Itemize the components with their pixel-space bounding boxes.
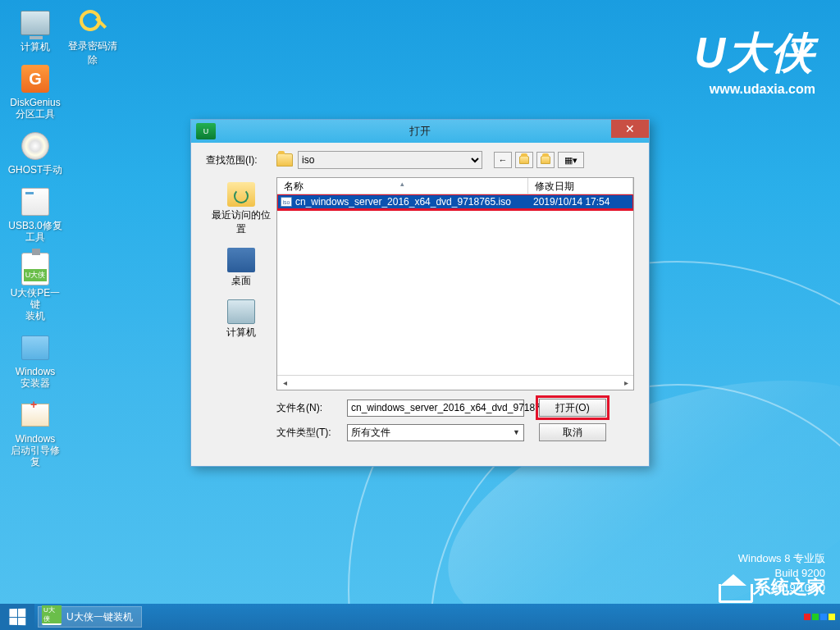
- col-name[interactable]: 名称: [277, 178, 528, 194]
- titlebar[interactable]: U 打开 ✕: [191, 120, 649, 143]
- col-date[interactable]: 修改日期: [528, 178, 633, 194]
- toolbox-icon: [21, 404, 49, 427]
- file-row-selected[interactable]: iso cn_windows_server_2016_x64_dvd_97187…: [277, 194, 633, 209]
- file-name: cn_windows_server_2016_x64_dvd_9718765.i…: [295, 196, 511, 208]
- nav-back-button[interactable]: ←: [494, 152, 512, 168]
- place-recent[interactable]: 最近访问的位 置: [212, 182, 271, 236]
- horizontal-scrollbar[interactable]: ◂ ▸: [277, 375, 633, 390]
- document-icon: [21, 188, 49, 216]
- desktop-icon-usb3repair[interactable]: USB3.0修复 工具: [7, 185, 64, 243]
- nav-view-button[interactable]: ▦▾: [558, 152, 584, 168]
- file-list-header[interactable]: 名称 修改日期: [277, 178, 633, 194]
- folder-new-icon: [541, 156, 550, 164]
- desktop-icon-udaxia-pe[interactable]: U大侠 U大侠PE一键 装机: [7, 253, 64, 322]
- lookin-label: 查找范围(I):: [206, 153, 276, 167]
- file-date: 2019/10/14 17:54: [528, 196, 633, 208]
- taskbar-app-udaxia[interactable]: U大侠 U大侠一键装机: [38, 606, 142, 628]
- places-bar: 最近访问的位 置 桌面 计算机: [206, 177, 276, 390]
- place-desktop[interactable]: 桌面: [227, 248, 255, 288]
- filetype-combo[interactable]: 所有文件 ▼: [347, 424, 524, 441]
- desktop-place-icon: [227, 248, 255, 272]
- diskgenius-icon: G: [21, 65, 49, 93]
- filetype-label: 文件类型(T):: [276, 426, 347, 440]
- nav-up-button[interactable]: [515, 152, 533, 168]
- desktop-icons: 计算机 G DiskGenius 分区工具 GHOST手动 USB3.0修复 工…: [7, 7, 64, 468]
- chevron-down-icon[interactable]: ▼: [513, 428, 520, 436]
- nav-newfolder-button[interactable]: [536, 152, 555, 168]
- open-file-dialog: U 打开 ✕ 查找范围(I): iso ← ▦▾ 最近访问的位 置: [190, 119, 650, 467]
- lookin-select[interactable]: iso: [298, 151, 482, 169]
- filename-value: cn_windows_server_2016_x64_dvd_9718765: [351, 402, 551, 413]
- start-button[interactable]: [0, 604, 34, 630]
- computer-icon: [21, 11, 50, 35]
- filename-label: 文件名(N):: [276, 401, 347, 415]
- desktop-icon-computer[interactable]: 计算机: [7, 7, 64, 52]
- app-icon: U: [196, 123, 216, 139]
- close-button[interactable]: ✕: [611, 120, 649, 138]
- taskbar[interactable]: U大侠 U大侠一键装机: [0, 604, 840, 630]
- taskbar-app-label: U大侠一键装机: [66, 610, 133, 624]
- windows-logo-icon: [9, 609, 25, 626]
- usb-icon: U大侠: [21, 253, 49, 285]
- desktop-icon-diskgenius[interactable]: G DiskGenius 分区工具: [7, 62, 64, 120]
- computer-place-icon: [227, 299, 255, 324]
- folder-up-icon: [519, 156, 529, 164]
- file-list[interactable]: 名称 修改日期 iso cn_windows_server_2016_x64_d…: [276, 177, 634, 390]
- place-computer[interactable]: 计算机: [226, 299, 256, 340]
- folder-icon: [276, 153, 293, 167]
- desktop-icon-bootrepair[interactable]: Windows 启动引导修复: [7, 399, 64, 468]
- key-icon: [80, 10, 106, 36]
- filename-combo[interactable]: cn_windows_server_2016_x64_dvd_9718765 ▼: [347, 399, 524, 417]
- desktop-icon-password-clear[interactable]: 登录密码清除: [64, 7, 121, 67]
- house-icon: [719, 574, 748, 600]
- site-watermark: 系统之家: [719, 574, 825, 600]
- filetype-value: 所有文件: [351, 426, 390, 440]
- disc-icon: [21, 132, 49, 160]
- brand-sub: www.udaxia.com: [694, 82, 815, 97]
- open-button[interactable]: 打开(O): [539, 399, 606, 417]
- scroll-right-icon[interactable]: ▸: [619, 378, 633, 387]
- taskbar-app-icon: U大侠: [42, 609, 62, 625]
- system-tray[interactable]: [804, 614, 835, 620]
- brand-main: U大侠: [694, 25, 815, 82]
- iso-file-icon: iso: [281, 197, 292, 207]
- cancel-button[interactable]: 取消: [539, 423, 606, 441]
- recent-icon: [227, 182, 255, 207]
- installer-icon: [21, 336, 49, 360]
- dialog-title: 打开: [409, 124, 431, 139]
- desktop-icon-ghost[interactable]: GHOST手动: [7, 130, 64, 176]
- desktop-icon-win-installer[interactable]: Windows 安装器: [7, 331, 64, 389]
- scroll-left-icon[interactable]: ◂: [277, 378, 292, 387]
- brand-logo: U大侠 www.udaxia.com: [694, 25, 815, 97]
